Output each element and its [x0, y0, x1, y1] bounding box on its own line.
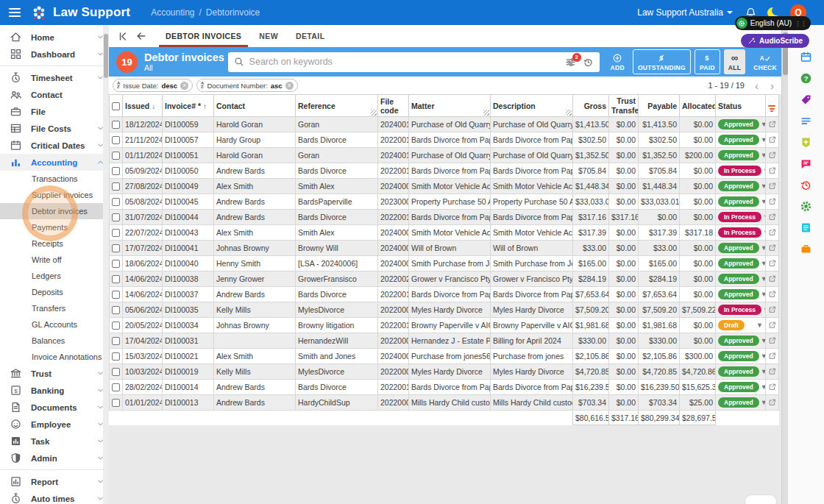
- sidebar-item-balances[interactable]: Balances: [0, 333, 109, 349]
- funnel-filter-icon[interactable]: [768, 105, 775, 112]
- open-invoice-icon[interactable]: [768, 213, 776, 221]
- open-invoice-icon[interactable]: [768, 120, 776, 129]
- sidebar-item-report[interactable]: Report: [0, 473, 109, 490]
- history-restore-icon[interactable]: [583, 57, 594, 68]
- status-dropdown-icon[interactable]: ▼: [756, 322, 763, 329]
- open-invoice-icon[interactable]: [768, 151, 776, 160]
- check-button[interactable]: ACHECK: [749, 49, 781, 74]
- open-invoice-icon[interactable]: [768, 244, 776, 252]
- sidebar-item-trust[interactable]: Trust: [0, 365, 109, 382]
- status-dropdown-icon[interactable]: ▼: [761, 198, 766, 205]
- row-checkbox[interactable]: [112, 383, 120, 391]
- status-dropdown-icon[interactable]: ▼: [763, 213, 766, 221]
- briefcase-icon[interactable]: [800, 242, 813, 255]
- sort-chip-document-number[interactable]: AZDocument Number:asc×: [196, 79, 298, 92]
- status-dropdown-icon[interactable]: ▼: [761, 337, 766, 344]
- sidebar-item-transactions[interactable]: Transactions: [0, 171, 109, 187]
- chat-icon[interactable]: [800, 157, 813, 170]
- row-checkbox[interactable]: [112, 152, 120, 160]
- tab-debtor-invoices[interactable]: DEBTOR INVOICES: [157, 25, 250, 47]
- open-invoice-icon[interactable]: [768, 367, 776, 376]
- search-input[interactable]: [249, 57, 558, 67]
- sidebar-item-home[interactable]: Home: [0, 29, 109, 46]
- region-selector[interactable]: Law Support Australia: [637, 7, 733, 18]
- audioscribe-widget[interactable]: AudioScribe: [741, 34, 809, 48]
- sidebar-item-critical-dates[interactable]: Critical Dates: [0, 137, 109, 154]
- row-checkbox[interactable]: [112, 244, 120, 252]
- open-invoice-icon[interactable]: [768, 274, 776, 283]
- row-checkbox[interactable]: [112, 167, 120, 175]
- column-header-status[interactable]: Status: [716, 95, 766, 117]
- select-all-checkbox[interactable]: [112, 102, 120, 110]
- next-page-icon[interactable]: ›: [770, 80, 774, 91]
- filter-tune-icon[interactable]: 2: [565, 57, 576, 68]
- open-invoice-icon[interactable]: [768, 352, 776, 361]
- drag-grip-icon[interactable]: ⋮⋮: [795, 20, 806, 27]
- status-dropdown-icon[interactable]: ▼: [761, 368, 766, 375]
- row-checkbox[interactable]: [112, 121, 120, 129]
- row-checkbox[interactable]: [112, 182, 120, 191]
- open-invoice-icon[interactable]: [768, 398, 776, 407]
- status-dropdown-icon[interactable]: ▼: [761, 152, 766, 159]
- sidebar-scrollbar[interactable]: [103, 25, 109, 504]
- column-header-file-code[interactable]: File code: [378, 95, 409, 117]
- sidebar-item-banking[interactable]: $Banking: [0, 382, 109, 399]
- sidebar-item-write-off[interactable]: Write off: [0, 252, 109, 268]
- column-header-allocated[interactable]: Allocated: [680, 95, 716, 117]
- status-dropdown-icon[interactable]: ▼: [761, 291, 766, 298]
- sidebar-item-auto-times[interactable]: Auto times: [0, 490, 109, 504]
- open-invoice-icon[interactable]: [768, 197, 776, 206]
- sidebar-item-documents[interactable]: Documents: [0, 399, 109, 416]
- row-checkbox[interactable]: [112, 136, 120, 144]
- sidebar-item-contact[interactable]: Contact: [0, 86, 109, 103]
- add-badge-icon[interactable]: [800, 135, 813, 149]
- tab-new[interactable]: NEW: [250, 25, 287, 47]
- row-checkbox[interactable]: [112, 352, 120, 361]
- tab-detail[interactable]: DETAIL: [287, 25, 334, 47]
- all-button[interactable]: ∞ALL: [724, 49, 745, 74]
- column-header-description[interactable]: Description: [491, 95, 573, 117]
- outstanding-button[interactable]: $OUTSTANDING: [633, 49, 691, 74]
- status-dropdown-icon[interactable]: ▼: [761, 260, 766, 267]
- open-invoice-icon[interactable]: [768, 290, 776, 299]
- sidebar-item-deposits[interactable]: Deposits: [0, 284, 109, 300]
- sidebar-item-debtor-invoices[interactable]: Debtor invoices: [0, 203, 109, 219]
- tag-icon[interactable]: [800, 93, 813, 106]
- open-invoice-icon[interactable]: [768, 383, 776, 391]
- column-header-trust-transfer[interactable]: Trust Transfer: [609, 95, 639, 117]
- open-invoice-icon[interactable]: [768, 182, 776, 191]
- column-header-contact[interactable]: Contact: [214, 95, 296, 117]
- row-checkbox[interactable]: [112, 368, 120, 376]
- sidebar-item-transfers[interactable]: Transfers: [0, 300, 109, 316]
- paid-button[interactable]: $PAID: [695, 49, 720, 74]
- sidebar-item-admin[interactable]: Admin: [0, 450, 109, 466]
- row-checkbox[interactable]: [112, 275, 120, 283]
- sidebar-item-file-costs[interactable]: File Costs: [0, 120, 109, 137]
- row-checkbox[interactable]: [112, 213, 120, 221]
- column-header-invoice[interactable]: Invoice# *↑: [163, 95, 214, 117]
- language-widget[interactable]: English (AU) ⋮⋮: [735, 16, 811, 30]
- open-invoice-icon[interactable]: [768, 166, 776, 175]
- sidebar-item-accounting[interactable]: Accounting: [0, 154, 109, 171]
- breadcrumb-section[interactable]: Accounting: [151, 7, 194, 18]
- add-button[interactable]: ADD: [606, 49, 629, 74]
- first-page-icon[interactable]: [117, 31, 128, 42]
- column-header-payable[interactable]: Payable: [639, 95, 680, 117]
- sidebar-item-receipts[interactable]: Receipts: [0, 235, 109, 252]
- status-dropdown-icon[interactable]: ▼: [761, 244, 766, 252]
- notes-icon[interactable]: [800, 114, 813, 127]
- row-checkbox[interactable]: [112, 322, 120, 330]
- sidebar-item-supplier-invoices[interactable]: Supplier invoices: [0, 187, 109, 203]
- main-scrollbar[interactable]: [781, 25, 788, 504]
- gear-icon[interactable]: [800, 199, 813, 213]
- open-invoice-icon[interactable]: [768, 228, 776, 237]
- chip-remove-icon[interactable]: ×: [180, 82, 188, 90]
- sidebar-item-dashboard[interactable]: Dashboard: [0, 46, 109, 63]
- row-checkbox[interactable]: [112, 399, 120, 407]
- status-dropdown-icon[interactable]: ▼: [761, 121, 766, 128]
- floating-scroll-pill[interactable]: [745, 494, 777, 504]
- open-invoice-icon[interactable]: [768, 321, 776, 330]
- help-icon[interactable]: ?: [800, 71, 813, 85]
- open-invoice-icon[interactable]: [768, 305, 776, 314]
- prev-page-icon[interactable]: ‹: [755, 80, 759, 91]
